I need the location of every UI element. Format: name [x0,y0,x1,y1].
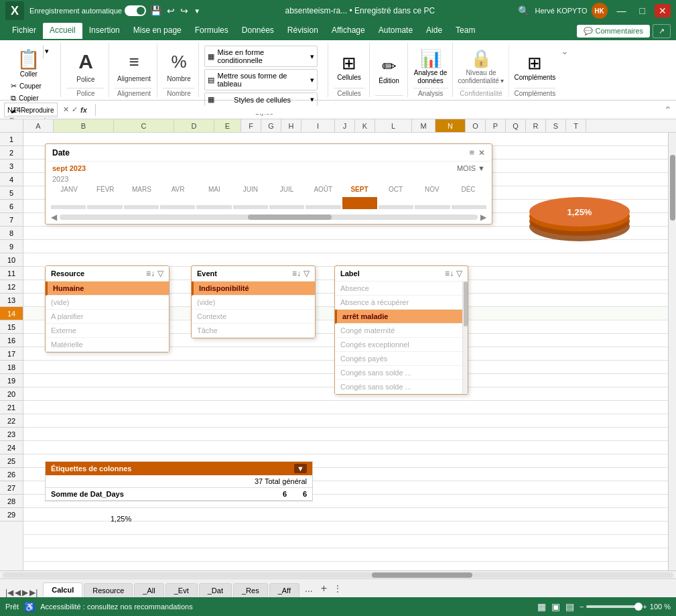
month-AVR[interactable]: AVR [160,186,196,193]
row-header-27[interactable]: 27 [0,481,23,495]
label-item-conges-exceptionnel[interactable]: Congés exceptionnel [335,338,468,352]
label-item-conges-sans-solde-2[interactable]: Congés sans solde ... [335,380,468,394]
row-header-12[interactable]: 12 [0,280,23,294]
resource-item-externe[interactable]: Externe [46,324,169,338]
row-header-29[interactable]: 29 [0,508,23,521]
col-header-O[interactable]: O [466,119,486,132]
row-header-10[interactable]: 10 [0,253,23,267]
h-scrollbar-track[interactable] [3,572,673,578]
row-header-26[interactable]: 26 [0,468,23,481]
zoom-slider[interactable] [586,605,640,608]
sheet-nav-next[interactable]: ▶ [22,588,28,597]
label-item-conges-sans-solde-1[interactable]: Congés sans solde ... [335,366,468,380]
col-header-K[interactable]: K [355,119,375,132]
row-header-8[interactable]: 8 [0,227,23,240]
label-slicer-scrollbar[interactable] [462,282,468,394]
row-header-13[interactable]: 13 [0,294,23,307]
tab-fichier[interactable]: Fichier [5,23,43,39]
tab-affichage[interactable]: Affichage [325,23,372,39]
month-DEC[interactable]: DÉC [450,186,486,193]
event-item-vide[interactable]: (vide) [192,296,315,310]
sheet-tab-resource[interactable]: Resource [84,583,133,597]
row-header-17[interactable]: 17 [0,347,23,361]
row-header-16[interactable]: 16 [0,334,23,347]
bar-MARS[interactable] [124,205,159,209]
name-box[interactable]: N14 ▾ [4,103,58,117]
sheet-tab-aff[interactable]: _Aff [269,583,299,597]
formula-input[interactable] [101,106,661,114]
event-item-contexte[interactable]: Contexte [192,310,315,324]
tab-team[interactable]: Team [449,23,482,39]
resource-item-planifier[interactable]: A planifier [46,310,169,324]
v-scrollbar[interactable] [668,133,676,570]
event-item-tache[interactable]: Tâche [192,324,315,338]
row-header-28[interactable]: 28 [0,495,23,508]
pivot-dropdown-icon[interactable]: ▼ [294,464,307,473]
label-item-arret-maladie[interactable]: arrêt maladie [335,310,468,324]
tab-accueil[interactable]: Accueil [43,23,82,39]
row-header-20[interactable]: 20 [0,387,23,401]
month-MAI[interactable]: MAI [196,186,232,193]
event-sort-icon[interactable]: ≡↓ [292,269,301,278]
col-header-J[interactable]: J [335,119,355,132]
bar-FEVR[interactable] [87,205,122,209]
zoom-plus-btn[interactable]: + [643,603,647,611]
row-header-11[interactable]: 11 [0,267,23,280]
month-NOV[interactable]: NOV [414,186,450,193]
bar-JUIN[interactable] [233,205,268,209]
month-JANV[interactable]: JANV [51,186,87,193]
bar-DEC[interactable] [452,205,486,209]
mise-en-forme-button[interactable]: ▦ Mise en forme conditionnelle ▾ [204,46,317,67]
tab-formules[interactable]: Formules [188,23,235,39]
col-header-B[interactable]: B [54,119,114,132]
coller-button[interactable]: 📋 Coller [14,46,43,80]
bar-AOUT[interactable] [306,205,340,209]
bar-JUIL[interactable] [269,205,304,209]
row-header-22[interactable]: 22 [0,414,23,428]
scroll-left-btn[interactable]: ◀ [51,212,57,222]
search-icon[interactable]: 🔍 [518,5,529,16]
date-slicer-filter-icon[interactable]: ≡ [469,147,474,158]
col-header-T[interactable]: T [566,119,586,132]
col-header-H[interactable]: H [281,119,301,132]
row-header-4[interactable]: 4 [0,173,23,186]
month-FEVR[interactable]: FÉVR [87,186,123,193]
col-header-M[interactable]: M [412,119,435,132]
resource-item-materielle[interactable]: Matérielle [46,338,169,352]
bar-OCT[interactable] [379,205,413,209]
tab-revision[interactable]: Révision [281,23,325,39]
scroll-right-btn[interactable]: ▶ [480,212,486,222]
couper-button[interactable]: ✂Couper [8,80,56,92]
label-item-conge-maternite[interactable]: Congé maternité [335,324,468,338]
col-header-S[interactable]: S [546,119,566,132]
label-sort-icon[interactable]: ≡↓ [445,269,454,278]
user-avatar[interactable]: HK [592,3,608,19]
col-header-R[interactable]: R [526,119,546,132]
row-header-5[interactable]: 5 [0,186,23,200]
bar-NOV[interactable] [415,205,450,209]
comments-button[interactable]: 💬 Commentaires [577,25,650,38]
sheet-add-btn[interactable]: + [317,582,331,595]
zoom-minus-btn[interactable]: − [580,603,584,611]
sheet-tab-dat[interactable]: _Dat [199,583,232,597]
quickaccess-dropdown[interactable]: ▼ [192,6,202,16]
event-item-indispo[interactable]: Indisponibilité [192,282,315,296]
bar-JANV[interactable] [51,205,86,209]
tab-mise-en-page[interactable]: Mise en page [127,23,188,39]
event-filter-icon[interactable]: ▽ [303,269,310,278]
col-header-A[interactable]: A [23,119,54,132]
month-JUIN[interactable]: JUIN [232,186,269,193]
col-header-C[interactable]: C [114,119,174,132]
ribbon-expand[interactable]: ⌄ [561,43,569,97]
resource-item-humaine[interactable]: Humaine [46,282,169,296]
undo-button[interactable]: ↩ [165,4,176,17]
month-AOUT[interactable]: AOÛT [305,186,341,193]
col-header-E[interactable]: E [214,119,241,132]
col-header-F[interactable]: F [241,119,261,132]
formula-expand-icon[interactable]: ⌃ [664,105,672,115]
minimize-button[interactable]: — [613,4,630,17]
col-header-N[interactable]: N [435,119,466,132]
sheet-tab-res[interactable]: _Res [233,583,268,597]
col-header-P[interactable]: P [486,119,506,132]
tab-automate[interactable]: Automate [372,23,419,39]
